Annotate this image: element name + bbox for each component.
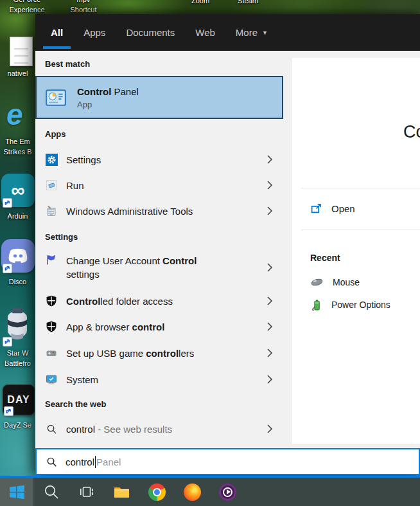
title-rest: Panel <box>111 86 139 97</box>
chrome-icon <box>148 483 166 501</box>
result-system[interactable]: System <box>35 366 283 392</box>
chevron-right-icon[interactable] <box>267 180 273 190</box>
tab-apps[interactable]: Apps <box>76 14 113 51</box>
tab-label: All <box>51 27 63 38</box>
desktop-label-battlefront: Star W Battlefro <box>0 348 35 368</box>
desktop-icon-dayz[interactable]: DAY <box>3 384 35 415</box>
result-label: System <box>66 373 267 386</box>
chevron-right-icon[interactable] <box>267 321 273 332</box>
tab-more[interactable]: More▼ <box>228 14 276 51</box>
tab-label: Web <box>195 27 215 38</box>
chevron-right-icon[interactable] <box>267 348 273 358</box>
chevron-right-icon[interactable] <box>267 374 273 384</box>
desktop-icon-internet-explorer[interactable]: e <box>6 100 23 129</box>
result-usb-game-controllers[interactable]: Set up USB game controllers <box>35 340 283 366</box>
preview-pane: Co Open Recent Mouse Power Options <box>292 58 420 444</box>
firefox-button[interactable] <box>175 478 210 506</box>
chevron-right-icon[interactable] <box>267 296 273 306</box>
windows-logo-icon <box>9 484 25 500</box>
firefox-icon <box>184 483 201 501</box>
chevron-right-icon[interactable] <box>267 154 273 165</box>
system-monitor-icon <box>44 374 58 385</box>
shortcut-arrow-icon <box>4 406 13 416</box>
search-icon <box>44 424 58 435</box>
search-icon <box>46 456 57 467</box>
label-line: GeForce <box>0 0 58 5</box>
chevron-right-icon[interactable] <box>267 206 273 216</box>
result-uac-settings[interactable]: Change User Account Control settings <box>35 249 283 285</box>
chrome-button[interactable] <box>139 478 175 506</box>
tab-all[interactable]: All <box>43 14 71 51</box>
desktop-icon-discord[interactable] <box>1 239 35 273</box>
result-controlled-folder-access[interactable]: Controlled folder access <box>35 288 283 314</box>
open-external-icon <box>310 203 322 215</box>
file-explorer-button[interactable] <box>104 478 139 506</box>
best-match-subtitle: App <box>77 100 139 109</box>
result-settings[interactable]: Settings <box>35 147 283 172</box>
desktop-label-mpv[interactable]: mpv Shortcut <box>53 0 114 15</box>
tab-documents[interactable]: Documents <box>118 14 182 51</box>
recent-item-mouse[interactable]: Mouse <box>292 271 420 293</box>
result-label: Controlled folder access <box>66 294 267 308</box>
admin-tools-icon <box>44 205 58 217</box>
file-explorer-icon <box>113 483 130 501</box>
control-panel-icon <box>45 87 67 109</box>
document-icon <box>10 37 33 66</box>
section-heading-apps: Apps <box>45 129 66 139</box>
taskbar <box>0 476 420 506</box>
result-label: App & browser control <box>66 320 267 334</box>
preview-title: Co <box>403 122 420 142</box>
matched-term: Control <box>77 86 111 97</box>
result-best-match-control-panel[interactable]: Control Panel App <box>35 76 283 119</box>
desktop-label-document: nativel <box>0 68 35 78</box>
inline-suggestion: Panel <box>96 456 121 467</box>
text-caret <box>95 456 96 468</box>
result-run[interactable]: Run <box>35 172 283 198</box>
uac-flag-icon <box>44 254 58 266</box>
search-filter-tabs: All Apps Documents Web More▼ <box>35 14 420 51</box>
recent-item-label: Mouse <box>333 277 360 287</box>
power-options-icon <box>310 299 322 311</box>
tab-web[interactable]: Web <box>188 14 223 51</box>
desktop-label-steam[interactable]: Steam <box>217 0 279 6</box>
gamepad-icon <box>44 347 58 359</box>
media-player-button[interactable] <box>210 478 245 506</box>
best-match-title: Control Panel <box>77 86 139 97</box>
start-button[interactable] <box>0 478 33 506</box>
result-app-browser-control[interactable]: App & browser control <box>35 314 283 339</box>
section-heading-best-match: Best match <box>45 59 90 69</box>
chevron-right-icon[interactable] <box>267 424 273 434</box>
desktop-icon-arduino[interactable]: ∞ <box>1 174 35 207</box>
matched-term: control <box>132 321 165 332</box>
defender-shield-icon <box>44 321 58 332</box>
label-line: Strikes B <box>0 147 35 157</box>
typed-query: control <box>66 456 94 467</box>
desktop-icon-battlefront[interactable] <box>1 306 33 347</box>
label-line: Experience <box>0 5 58 15</box>
label-line: Shortcut <box>53 5 114 15</box>
recent-item-power-options[interactable]: Power Options <box>292 294 420 316</box>
media-player-icon <box>219 483 236 501</box>
tab-label: Apps <box>83 27 105 38</box>
tab-label: Documents <box>126 27 175 38</box>
result-web-search[interactable]: control - See web results <box>35 416 283 442</box>
open-action[interactable]: Open <box>292 188 420 230</box>
task-view-icon <box>78 483 95 500</box>
task-view-button[interactable] <box>69 478 104 506</box>
desktop-icon-document[interactable] <box>10 37 33 66</box>
search-flyout: All Apps Documents Web More▼ Best match <box>35 14 420 475</box>
label-line: Star W <box>0 348 35 358</box>
result-admin-tools[interactable]: Windows Administrative Tools <box>35 198 283 224</box>
label-line: Battlefro <box>0 358 35 368</box>
taskbar-search-button[interactable] <box>33 478 69 506</box>
chevron-right-icon[interactable] <box>267 262 273 273</box>
label-line: Steam <box>217 0 279 6</box>
search-input[interactable]: control Panel <box>35 448 420 475</box>
search-icon <box>43 483 60 500</box>
desktop-label-geforce[interactable]: GeForce Experience <box>0 0 58 15</box>
section-heading-settings: Settings <box>45 232 78 242</box>
recent-item-label: Power Options <box>331 300 390 310</box>
desktop-label-dayz: DayZ Se <box>0 420 35 430</box>
run-icon <box>44 179 58 191</box>
desktop-label-discord: Disco <box>0 276 35 287</box>
